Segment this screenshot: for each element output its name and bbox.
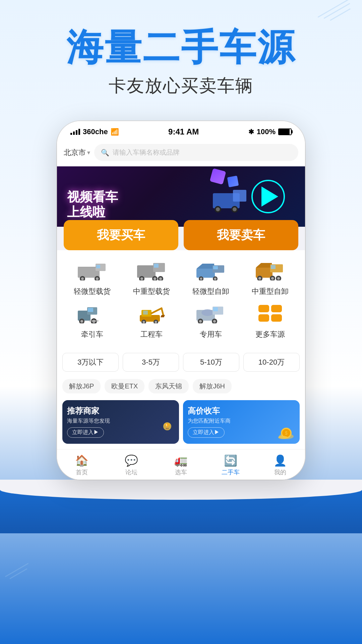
svg-rect-43: [88, 308, 93, 312]
heavy-dump-icon: [252, 257, 289, 284]
bluetooth-icon: ✱: [248, 128, 254, 136]
heavy-dump-truck-icon: [255, 260, 285, 280]
svg-point-5: [233, 207, 237, 211]
cube-2: [227, 176, 239, 187]
svg-point-28: [200, 278, 202, 280]
vehicle-grid: 轻微型载货: [57, 250, 305, 350]
light-cargo-truck-icon: [77, 260, 107, 280]
vehicle-item-heavy-dump[interactable]: 中重型自卸: [243, 257, 297, 297]
vehicle-item-special[interactable]: 专用车: [184, 300, 238, 339]
home-icon: 🏠: [75, 454, 88, 467]
svg-point-66: [213, 320, 216, 323]
svg-text:🏆: 🏆: [164, 423, 171, 429]
banner-area[interactable]: 视频看车 上线啦: [57, 166, 305, 227]
heavy-dump-label: 中重型自卸: [252, 286, 289, 297]
banner-text: 视频看车 上线啦: [67, 190, 118, 220]
hero-subtitle: 卡友放心买卖车辆: [20, 74, 342, 98]
battery-percent: 100%: [257, 127, 276, 136]
svg-point-73: [278, 436, 288, 439]
mine-icon: 👤: [274, 454, 287, 467]
buyback-card-cta[interactable]: 立即进入▶: [188, 427, 225, 438]
carrier-label: 360che: [83, 127, 108, 136]
light-cargo-icon: [74, 257, 111, 284]
more-icon: [252, 300, 289, 327]
merchant-card-decoration: 🏆: [159, 421, 176, 441]
svg-point-12: [96, 277, 99, 280]
buy-button[interactable]: 我要买车: [64, 220, 178, 250]
action-buttons: 我要买车 我要卖车: [57, 220, 305, 250]
vehicle-item-light-cargo[interactable]: 轻微型载货: [65, 257, 119, 297]
vehicle-item-tractor[interactable]: 牵引车: [65, 300, 119, 339]
phone-frame-wrapper: 360che 📶 9:41 AM ✱ 100% 北京市 ▾: [0, 111, 362, 480]
tractor-truck-icon: [77, 303, 107, 323]
banner-truck-icon: [211, 186, 251, 213]
bottom-cards: 推荐商家 海量车源等您发现 立即进入▶ 🏆 高价收车 为您匹配附近车商 立即进入…: [57, 397, 305, 449]
nav-item-forum[interactable]: 💬 论坛: [107, 454, 156, 476]
svg-rect-13: [96, 265, 100, 268]
vehicle-row-1: 轻微型载货: [62, 257, 300, 297]
svg-rect-51: [143, 311, 148, 315]
search-icon: 🔍: [101, 149, 109, 157]
svg-rect-16: [154, 264, 159, 268]
vehicle-item-construction[interactable]: 工程车: [125, 300, 178, 339]
price-btn-1[interactable]: 3-5万: [123, 353, 179, 372]
more-cell-4: [271, 314, 282, 322]
vehicle-row-2: 牵引车: [62, 300, 300, 339]
phone-inner: 360che 📶 9:41 AM ✱ 100% 北京市 ▾: [57, 121, 305, 480]
promo-card-buyback[interactable]: 高价收车 为您匹配附近车商 立即进入▶ $: [183, 400, 300, 444]
svg-point-30: [214, 278, 216, 280]
forum-icon: 💬: [125, 454, 138, 467]
svg-line-53: [162, 308, 163, 315]
brand-tag-1[interactable]: 欧曼ETX: [105, 379, 144, 393]
status-left: 360che 📶: [70, 127, 119, 136]
wave-shape: [0, 480, 362, 500]
promo-card-merchant[interactable]: 推荐商家 海量车源等您发现 立即进入▶ 🏆: [62, 400, 179, 444]
nav-item-mine[interactable]: 👤 我的: [255, 454, 305, 476]
more-label: 更多车源: [255, 329, 285, 339]
search-input[interactable]: 🔍 请输入车辆名称或品牌: [94, 144, 298, 161]
price-btn-2[interactable]: 5-10万: [183, 353, 239, 372]
price-btn-0[interactable]: 3万以下: [62, 353, 119, 372]
svg-rect-23: [196, 269, 215, 278]
city-arrow-icon: ▾: [87, 149, 90, 156]
buyback-card-decoration: $: [276, 421, 296, 441]
svg-point-56: [142, 321, 145, 323]
svg-rect-34: [271, 265, 276, 269]
merchant-card-cta[interactable]: 立即进入▶: [67, 427, 104, 438]
tractor-label: 牵引车: [81, 329, 103, 339]
city-selector[interactable]: 北京市 ▾: [64, 148, 90, 158]
nav-item-used-car[interactable]: 🔄 二手车: [206, 454, 255, 476]
price-btn-3[interactable]: 10-20万: [243, 353, 300, 372]
play-icon: [261, 186, 278, 207]
svg-point-20: [154, 277, 156, 280]
brand-tag-0[interactable]: 解放J6P: [62, 379, 101, 393]
vehicle-item-more[interactable]: 更多车源: [243, 300, 297, 339]
more-cell-3: [258, 314, 269, 322]
coins-icon: $: [276, 421, 296, 440]
brand-tag-2[interactable]: 东风天锦: [148, 379, 189, 393]
search-bar-row: 北京市 ▾ 🔍 请输入车辆名称或品牌: [57, 140, 305, 166]
hero-section: 海量二手车源 卡友放心买卖车辆: [0, 0, 362, 111]
light-dump-icon: [192, 257, 229, 284]
nav-forum-label: 论坛: [125, 468, 137, 476]
sell-button[interactable]: 我要卖车: [184, 220, 298, 250]
light-dump-truck-icon: [196, 260, 226, 280]
nav-item-home[interactable]: 🏠 首页: [57, 454, 107, 476]
trophy-icon: 🏆: [159, 421, 176, 440]
construction-label: 工程车: [140, 329, 163, 339]
svg-point-3: [216, 207, 220, 211]
vehicle-item-light-dump[interactable]: 轻微型自卸: [184, 257, 238, 297]
construction-icon: [133, 300, 170, 327]
status-time: 9:41 AM: [168, 127, 199, 137]
light-cargo-label: 轻微型载货: [74, 286, 111, 297]
brand-tag-3[interactable]: 解放J6H: [193, 379, 232, 393]
status-right: ✱ 100%: [248, 127, 292, 136]
select-car-icon: 🚛: [174, 454, 188, 467]
svg-point-60: [201, 309, 214, 316]
nav-item-select-car[interactable]: 🚛 选车: [156, 454, 206, 476]
more-cell-2: [271, 305, 282, 312]
banner-play-button[interactable]: [251, 180, 285, 213]
svg-point-58: [155, 321, 157, 323]
vehicle-item-heavy-cargo[interactable]: 中重型载货: [125, 257, 178, 297]
svg-marker-24: [196, 264, 214, 269]
